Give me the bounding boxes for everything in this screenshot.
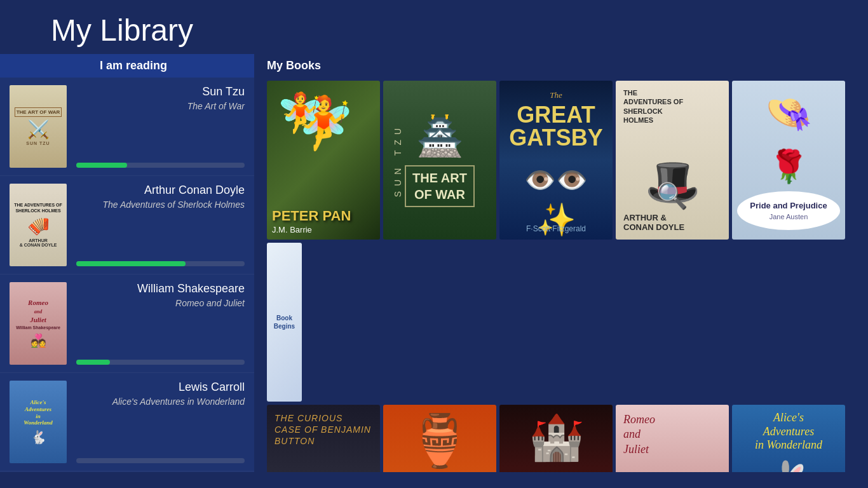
- pride-prejudice-oval: Pride and Prejudice Jane Austen: [737, 191, 839, 230]
- book-title-peter-pan: PETER PAN: [272, 208, 375, 224]
- pride-prejudice-scene: 👒: [765, 90, 813, 135]
- book-thumb-alice: Alice'sAdventuresinWonderland 🐇: [10, 381, 67, 463]
- progress-bar-container-alice: [76, 458, 245, 463]
- progress-bar-art-of-war: [76, 163, 127, 168]
- book-cover-partial[interactable]: BookBegins: [267, 243, 302, 402]
- book-cover-great-gatsby[interactable]: The GREATGATSBY 👁️👁️ ✨ F·Scott·Fitzgeral…: [499, 81, 613, 240]
- progress-bar-romeo: [76, 360, 110, 365]
- sherlock-author: ARTHUR &CONAN DOYLE: [623, 213, 684, 232]
- main-content: My Books 🧚 PETER PAN J.M. Barrie SUN TZU…: [254, 54, 868, 472]
- progress-bar-container-romeo: [76, 360, 245, 365]
- book-cover-art-of-war[interactable]: SUN TZU 🏯 THE ARTOF WAR: [383, 81, 496, 240]
- art-of-war-title: THE ARTOF WAR: [405, 165, 475, 207]
- art-of-war-title-block: THE ARTOF WAR: [405, 165, 475, 207]
- book-cover-dracula[interactable]: 🏰 🦇 Dracula Bram Stoker: [499, 405, 613, 472]
- book-thumb-art-of-war: THE ART OF WAR ⚔️ SUN TZU: [10, 85, 67, 168]
- alice-scene: 🐇: [761, 459, 817, 472]
- sidebar: I am reading THE ART OF WAR ⚔️ SUN TZU S…: [0, 54, 254, 472]
- dracula-castle: 🏰: [529, 411, 584, 463]
- book-thumb-romeo: RomeoandJuliet William Shakespeare 💑: [10, 282, 67, 365]
- book-cover-peter-pan[interactable]: 🧚 PETER PAN J.M. Barrie: [267, 81, 380, 240]
- reading-author-sherlock: Arthur Conan Doyle: [76, 184, 245, 197]
- alice-title: Alice'sAdventuresin Wonderland: [755, 411, 822, 452]
- art-of-war-icon: 🏯: [416, 114, 464, 159]
- partial-book-text: BookBegins: [274, 314, 295, 330]
- pride-prejudice-title: Pride and Prejudice: [750, 201, 827, 210]
- reading-author-romeo: William Shakespeare: [76, 282, 245, 295]
- book-cover-kama-sutra[interactable]: 🏺 THE KAMA SUTRAVATSYAYANA: [383, 405, 496, 472]
- book-author-peter-pan: J.M. Barrie: [272, 225, 375, 234]
- books-row-2: THE CURIOUS CASE OF BENJAMIN BUTTON ⏰ FI…: [267, 405, 855, 472]
- books-row-1: 🧚 PETER PAN J.M. Barrie SUN TZU 🏯 THE AR…: [267, 81, 855, 402]
- gatsby-eyes: 👁️👁️: [524, 165, 588, 195]
- reading-item-romeo[interactable]: RomeoandJuliet William Shakespeare 💑 Wil…: [0, 274, 254, 373]
- art-of-war-vertical-text: SUN TZU: [393, 123, 403, 197]
- progress-bar-container-art-of-war: [76, 163, 245, 168]
- book-cover-romeo-juliet[interactable]: RomeoandJuliet 💑 William Shakespeare: [616, 405, 729, 472]
- reading-title-alice: Alice's Adventures in Wonderland: [76, 396, 245, 407]
- reading-info-sherlock: Arthur Conan Doyle The Adventures of She…: [76, 184, 245, 266]
- gatsby-the: The: [550, 90, 562, 100]
- reading-title-romeo: Romeo and Juliet: [76, 298, 245, 308]
- reading-item-art-of-war[interactable]: THE ART OF WAR ⚔️ SUN TZU Sun Tzu The Ar…: [0, 78, 254, 176]
- progress-bar-container-sherlock: [76, 261, 245, 266]
- romeo-juliet-title: RomeoandJuliet: [623, 412, 655, 457]
- sherlock-title: THEADVENTURES OFSHERLOCKHOLMES: [623, 88, 683, 125]
- sidebar-header: I am reading: [0, 54, 254, 78]
- my-books-header: My Books: [267, 54, 855, 78]
- progress-bar-sherlock: [76, 261, 186, 266]
- book-cover-pride-prejudice[interactable]: 👒 🌹 Pride and Prejudice Jane Austen: [732, 81, 845, 240]
- pride-prejudice-author: Jane Austen: [750, 213, 827, 220]
- reading-title-art-of-war: The Art of War: [76, 101, 245, 111]
- book-thumb-sherlock: THE ADVENTURES OF SHERLOCK HOLMES 🪗 ARTH…: [10, 184, 67, 266]
- book-cover-sherlock[interactable]: THEADVENTURES OFSHERLOCKHOLMES 🎩 🔍 ARTHU…: [616, 81, 729, 240]
- book-cover-alice[interactable]: Alice'sAdventuresin Wonderland 🐇 🃏 Lewis…: [732, 405, 845, 472]
- reading-info-alice: Lewis Carroll Alice's Adventures in Wond…: [76, 381, 245, 463]
- gatsby-author: F·Scott·Fitzgerald: [526, 224, 586, 233]
- reading-title-sherlock: The Adventures of Sherlock Holmes: [76, 200, 245, 210]
- reading-author-art-of-war: Sun Tzu: [76, 85, 245, 98]
- reading-item-sherlock[interactable]: THE ADVENTURES OF SHERLOCK HOLMES 🪗 ARTH…: [0, 176, 254, 274]
- reading-item-alice[interactable]: Alice'sAdventuresinWonderland 🐇 Lewis Ca…: [0, 373, 254, 471]
- main-container: I am reading THE ART OF WAR ⚔️ SUN TZU S…: [0, 54, 868, 472]
- page-title: My Library: [0, 0, 868, 54]
- gatsby-main-title: GREATGATSBY: [509, 104, 602, 149]
- reading-info-art-of-war: Sun Tzu The Art of War: [76, 85, 245, 168]
- benjamin-button-title: THE CURIOUS CASE OF BENJAMIN BUTTON: [275, 412, 372, 447]
- kama-sutra-art: 🏺: [408, 411, 471, 471]
- reading-info-romeo: William Shakespeare Romeo and Juliet: [76, 282, 245, 365]
- book-cover-benjamin-button[interactable]: THE CURIOUS CASE OF BENJAMIN BUTTON ⏰ FI…: [267, 405, 380, 472]
- reading-author-alice: Lewis Carroll: [76, 381, 245, 394]
